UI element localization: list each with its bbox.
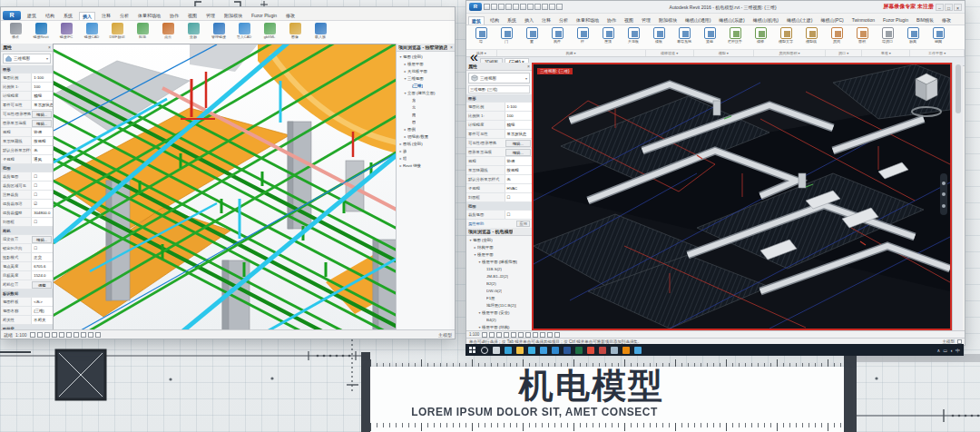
left-type-selector[interactable]: 三维视图 ▾	[3, 54, 51, 64]
shadows-icon[interactable]	[59, 332, 64, 338]
tree-item[interactable]: ▸图纸 (全部)	[397, 140, 455, 147]
temp-hide-icon[interactable]	[88, 332, 93, 338]
sun-path-icon[interactable]	[504, 332, 509, 338]
ribbon-tool-栏杆扶手[interactable]: 栏杆扶手	[723, 27, 747, 48]
viewport-scrollbar[interactable]	[952, 63, 963, 330]
left-tab-11[interactable]: Fuzor Plugin	[249, 12, 279, 20]
network-icon[interactable]: ▭	[943, 348, 947, 353]
property-value[interactable]: 调整	[32, 281, 52, 289]
property-value[interactable]: 精细	[505, 121, 532, 129]
tree-item[interactable]: 地坪层(11C.B(2))	[466, 301, 532, 309]
detail-level-icon[interactable]	[489, 332, 495, 338]
left-tab-0[interactable]: 建筑	[24, 12, 39, 20]
tree-item[interactable]: 11B.S(2)	[466, 265, 532, 272]
crop-view-icon[interactable]	[525, 332, 531, 338]
ribbon-tool-点云[interactable]: 点云	[156, 23, 180, 44]
close-button[interactable]: ×	[954, 4, 962, 11]
open-icon[interactable]	[484, 4, 490, 10]
show-crop-icon[interactable]	[533, 332, 538, 338]
ribbon-tool-修改[interactable]: 修改	[4, 23, 27, 44]
tree-item[interactable]: 东	[397, 96, 455, 103]
ribbon-tool-gbXML[interactable]: gbXML	[258, 23, 281, 44]
tree-item[interactable]: ▸图例	[397, 125, 455, 133]
left-tab-6[interactable]: 体量和场地	[135, 12, 163, 20]
left-tab-1[interactable]: 结构	[43, 12, 57, 20]
right-tab-18[interactable]: BIM精装	[914, 16, 936, 25]
thin-lines-icon[interactable]	[556, 4, 563, 10]
navigation-bar[interactable]	[940, 173, 947, 215]
right-tab-12[interactable]: 橄榄山(乐建)	[716, 16, 747, 25]
left-tab-12[interactable]: 修改	[283, 12, 298, 20]
ribbon-tool-链接Revit[interactable]: 链接Revit	[29, 23, 53, 44]
tree-item[interactable]: B4(2)	[466, 316, 532, 323]
ribbon-tool-墙[interactable]: 墙	[469, 27, 493, 48]
ribbon-tool-模型文字[interactable]: 模型文字	[774, 27, 798, 48]
ribbon-tool-楼板[interactable]: 楼板	[647, 27, 671, 48]
right-app-button[interactable]: R	[469, 3, 482, 11]
redo-icon[interactable]	[513, 4, 519, 10]
right-tab-9[interactable]: 管理	[639, 16, 653, 25]
right-tab-11[interactable]: 橄榄山(通用)	[682, 16, 713, 25]
ribbon-tool-构件[interactable]: 构件	[545, 27, 569, 48]
right-tab-7[interactable]: 协作	[604, 16, 619, 25]
scale-icon[interactable]	[482, 332, 487, 338]
property-value[interactable]: 1:100	[31, 74, 53, 82]
ribbon-tool-幕墙系统[interactable]: 幕墙系统	[672, 27, 696, 48]
property-value[interactable]: 按规程	[31, 137, 53, 145]
tree-item[interactable]: F1层	[466, 294, 532, 301]
properties-help-link[interactable]: 属性帮助	[468, 221, 484, 226]
property-value[interactable]: 协调	[505, 157, 532, 165]
property-section-相机[interactable]: 相机	[1, 227, 53, 235]
chevron-up-icon[interactable]: ∧	[937, 348, 941, 353]
taskbar-chrome-icon[interactable]	[587, 347, 594, 354]
right-tab-19[interactable]: 修改	[939, 16, 954, 25]
lock-3d-icon[interactable]	[540, 332, 545, 338]
right-type-row[interactable]: 三维视图: {三维}	[468, 85, 530, 93]
left-tab-7[interactable]: 协作	[167, 12, 181, 20]
tree-item[interactable]: B2(2)	[466, 280, 532, 287]
taskbar-store-icon[interactable]	[528, 347, 535, 354]
ribbon-tool-窗[interactable]: 窗	[520, 27, 544, 48]
tree-item[interactable]: ▸族	[397, 147, 455, 154]
ribbon-tool-门[interactable]: 门	[495, 27, 518, 48]
left-view-scale[interactable]: 1:100	[15, 332, 27, 338]
section-icon[interactable]	[549, 4, 555, 10]
property-value[interactable]: ☐	[31, 182, 53, 190]
tree-item[interactable]: ▾视图 (全部)	[397, 53, 455, 60]
left-tab-9[interactable]: 管理	[203, 12, 218, 20]
tag-icon[interactable]	[534, 4, 541, 10]
shadows-icon[interactable]	[511, 332, 516, 338]
taskbar-task-view-icon[interactable]	[493, 347, 500, 354]
left-tab-3[interactable]: 插入	[79, 12, 95, 20]
show-crop-icon[interactable]	[74, 332, 79, 338]
ribbon-tool-导入CAD[interactable]: 导入CAD	[232, 23, 256, 44]
ribbon-tool-楼梯[interactable]: 楼梯	[749, 27, 772, 48]
tree-item[interactable]: DW-G(2)	[466, 287, 532, 294]
tree-item[interactable]: ▾三维视图	[397, 74, 455, 82]
lock-3d-icon[interactable]	[81, 332, 86, 338]
right-tab-10[interactable]: 附加模块	[656, 16, 680, 25]
taskbar-qq-icon[interactable]	[634, 347, 642, 354]
taskbar-excel-icon[interactable]	[575, 347, 583, 354]
property-value[interactable]: 100	[31, 83, 53, 91]
measure-icon[interactable]	[527, 4, 534, 10]
ribbon-tool-图像[interactable]: 图像	[283, 23, 307, 44]
left-tab-10[interactable]: 附加模块	[221, 12, 245, 20]
right-tab-4[interactable]: 注释	[539, 16, 554, 25]
right-tab-13[interactable]: 橄榄山(机电)	[750, 16, 781, 25]
property-value[interactable]: 正交	[31, 253, 53, 261]
tree-item[interactable]: ▸天花板平面	[397, 67, 455, 74]
ribbon-tool-坐标[interactable]: 坐标	[181, 23, 205, 44]
ribbon-tool-面积[interactable]: 面积	[850, 27, 874, 48]
tree-item[interactable]: JM-B1-J2(2)	[466, 272, 532, 280]
property-value[interactable]: 编辑...	[505, 140, 531, 147]
right-tab-17[interactable]: Fuzor Plugin	[880, 16, 911, 25]
reveal-hidden-icon[interactable]	[554, 332, 560, 338]
ribbon-tool-天花板[interactable]: 天花板	[622, 27, 645, 48]
taskbar-search-icon[interactable]	[481, 347, 488, 354]
property-value[interactable]: ☐	[505, 193, 532, 201]
property-value[interactable]: ☑	[31, 200, 53, 208]
right-tab-0[interactable]: 建筑	[468, 16, 485, 25]
property-value[interactable]: ☐	[31, 244, 53, 252]
visual-style-icon[interactable]	[496, 332, 502, 338]
